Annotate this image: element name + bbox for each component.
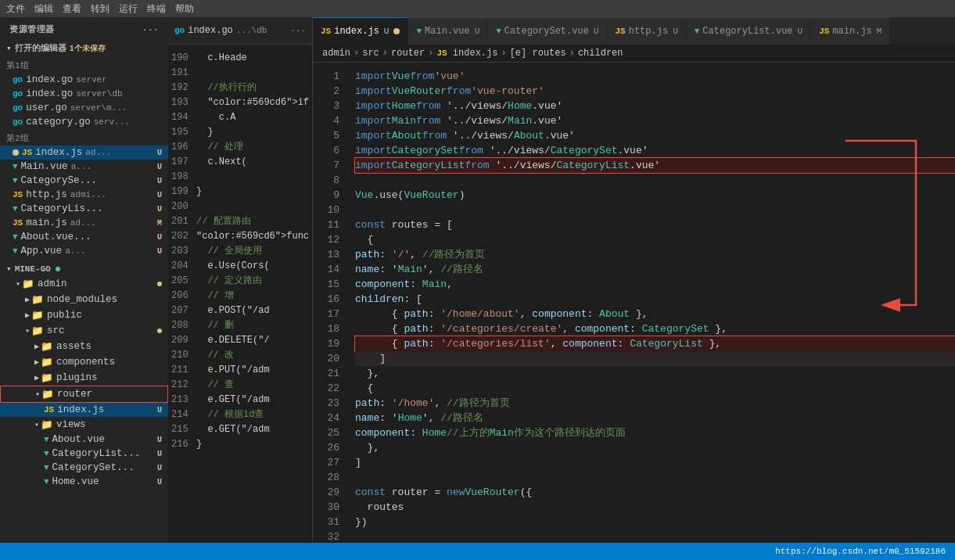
go-icon: go: [174, 26, 185, 35]
folder-src[interactable]: ▾ 📁 src: [0, 323, 168, 339]
code-line: {: [355, 381, 955, 396]
crumb-admin[interactable]: admin: [322, 48, 350, 59]
open-file-main-js[interactable]: JS main.js ad... M: [0, 216, 168, 230]
crumb-src[interactable]: src: [362, 48, 379, 59]
crumb-routes[interactable]: [e] routes: [510, 48, 566, 59]
open-file-app-vue[interactable]: ▼ App.vue a... U: [0, 244, 168, 258]
components-arrow: ▶: [34, 357, 39, 367]
code-content: 1234567891011121314151617181920212223242…: [313, 63, 955, 543]
menu-view[interactable]: 查看: [63, 2, 81, 16]
components-icon: 📁: [41, 356, 53, 368]
code-line: import Home from '../views/Home.vue': [355, 99, 955, 113]
mine-go-title[interactable]: ▾ MINE-GO: [0, 261, 168, 276]
code-line: [355, 470, 955, 485]
open-file-index-js[interactable]: JS index.js ad... U: [0, 145, 168, 160]
sidebar-dots[interactable]: ···: [142, 25, 159, 34]
crumb-router[interactable]: router: [391, 48, 425, 59]
views-arrow: ▾: [34, 420, 39, 429]
code-line: import VueRouter from 'vue-router': [355, 84, 955, 99]
breadcrumb: admin › src › router › JS index.js › [e]…: [313, 45, 955, 63]
open-file-about-vue[interactable]: ▼ About.vue... U: [0, 230, 168, 244]
tab-categoryset-vue[interactable]: ▼ CategorySet.vue U: [488, 17, 607, 45]
middle-panel-content[interactable]: 190 c.Heade191192 //执行行的193 "color:#569c…: [168, 45, 312, 543]
mine-go-section: ▾ MINE-GO ▾ 📁 admin ▶ 📁 node_modules ▶ 📁…: [0, 260, 168, 490]
tab-http-js[interactable]: JS http.js U: [608, 17, 687, 45]
code-line: { path: '/home/about', component: About …: [355, 307, 955, 321]
folder-assets[interactable]: ▶ 📁 assets: [0, 339, 168, 354]
code-line: const router = new VueRouter({: [355, 485, 955, 500]
tab-index-js[interactable]: JS index.js U: [313, 17, 408, 45]
crumb-indexjs[interactable]: JS index.js: [436, 48, 497, 59]
middle-panel: go index.go ...\db ··· 190 c.Heade191192…: [168, 17, 313, 543]
folder-admin[interactable]: ▾ 📁 admin: [0, 276, 168, 292]
vue-icon: ▼: [13, 176, 18, 185]
menu-help[interactable]: 帮助: [175, 2, 194, 16]
middle-more[interactable]: ···: [290, 26, 306, 35]
sidebar: 资源管理器 ··· ▾ 打开的编辑器 1个未保存 第1组 go index.go…: [0, 17, 168, 543]
file-home-vue[interactable]: ▼ Home.vue U: [0, 475, 168, 489]
code-line: { path: '/categories/list', component: C…: [355, 336, 955, 351]
folder-router[interactable]: ▾ 📁 router: [0, 386, 168, 403]
folder-node-modules[interactable]: ▶ 📁 node_modules: [0, 292, 168, 307]
node-modules-icon: 📁: [31, 293, 44, 306]
open-file-user-go[interactable]: go user.go server\m...: [0, 101, 168, 115]
folder-admin-arrow: ▾: [16, 279, 20, 289]
code-line: const routes = [: [355, 217, 955, 232]
open-file-category-go[interactable]: go category.go serv...: [0, 115, 168, 129]
tab-categorylist-vue[interactable]: ▼ CategoryList.vue U: [687, 17, 811, 45]
crumb-children[interactable]: children: [578, 48, 623, 59]
code-line: children: [: [355, 292, 955, 307]
vue-icon: ▼: [44, 477, 49, 486]
menu-file[interactable]: 文件: [6, 2, 25, 16]
middle-panel-header: go index.go ...\db ···: [168, 17, 312, 45]
code-line: ]: [355, 351, 955, 366]
js-icon: JS: [436, 48, 447, 58]
menu-goto[interactable]: 转到: [91, 2, 110, 16]
vue-icon: ▼: [13, 246, 18, 256]
views-icon: 📁: [41, 418, 53, 431]
open-editors-section: ▾ 打开的编辑器 1个未保存 第1组 go index.go server go…: [0, 38, 168, 260]
tab-main-vue[interactable]: ▼ Main.vue U: [408, 17, 488, 45]
open-file-index-go-db[interactable]: go index.go server\db: [0, 87, 168, 101]
code-line: [355, 173, 955, 188]
menu-edit[interactable]: 编辑: [34, 2, 53, 16]
folder-admin-icon: 📁: [22, 278, 34, 290]
editor-area: JS index.js U ▼ Main.vue U ▼ CategorySet…: [313, 17, 955, 543]
vue-icon: ▼: [416, 27, 422, 36]
open-editors-title[interactable]: ▾ 打开的编辑器 1个未保存: [0, 40, 168, 56]
open-file-index-go-server[interactable]: go index.go server: [0, 73, 168, 87]
menu-terminal[interactable]: 终端: [147, 2, 166, 16]
router-icon: 📁: [41, 388, 54, 400]
group1-label: 第1组: [0, 56, 168, 73]
assets-icon: 📁: [41, 340, 53, 353]
file-index-js-router[interactable]: JS index.js U: [0, 403, 168, 417]
menu-bar[interactable]: 文件 编辑 查看 转到 运行 终端 帮助: [0, 0, 955, 17]
file-categoryset-vue[interactable]: ▼ CategorySet... U: [0, 461, 168, 475]
tab-main-js[interactable]: JS main.js M: [811, 17, 890, 45]
folder-views[interactable]: ▾ 📁 views: [0, 417, 168, 433]
vue-icon: ▼: [44, 463, 49, 472]
open-file-categorylist[interactable]: ▼ CategoryLis... U: [0, 202, 168, 216]
vue-icon: ▼: [44, 449, 49, 458]
open-file-categoryset[interactable]: ▼ CategorySe... U: [0, 174, 168, 188]
code-line: path: '/home', //路径为首页: [355, 396, 955, 411]
folder-components[interactable]: ▶ 📁 components: [0, 354, 168, 370]
folder-public[interactable]: ▶ 📁 public: [0, 307, 168, 323]
folder-plugins[interactable]: ▶ 📁 plugins: [0, 370, 168, 386]
code-lines[interactable]: import Vue from 'vue'import VueRouter fr…: [346, 63, 955, 543]
go-icon: go: [13, 89, 23, 99]
js-icon: JS: [22, 148, 32, 157]
file-about-vue[interactable]: ▼ About.vue U: [0, 433, 168, 447]
menu-run[interactable]: 运行: [119, 2, 138, 16]
code-line: routes: [355, 500, 955, 515]
code-line: [355, 203, 955, 217]
admin-dot: [157, 282, 162, 286]
status-url: https://blog.csdn.net/m0_51592186: [775, 547, 946, 556]
code-line: component: Main,: [355, 277, 955, 292]
open-file-main-vue[interactable]: ▼ Main.vue a... U: [0, 160, 168, 174]
file-categorylist-vue[interactable]: ▼ CategoryList... U: [0, 447, 168, 461]
editor-tabs: JS index.js U ▼ Main.vue U ▼ CategorySet…: [313, 17, 955, 45]
open-file-http-js[interactable]: JS http.js admi... U: [0, 188, 168, 202]
js-icon: JS: [13, 190, 23, 199]
code-line: import Main from '../views/Main.vue': [355, 113, 955, 128]
